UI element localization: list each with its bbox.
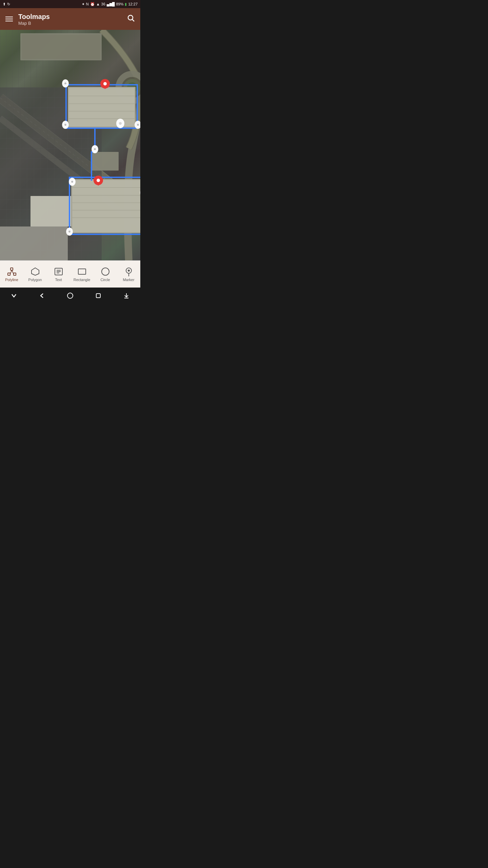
svg-point-85 xyxy=(119,122,122,125)
svg-point-64 xyxy=(137,124,139,126)
nav-down-button[interactable] xyxy=(7,289,21,302)
rectangle-tool[interactable]: Rectangle xyxy=(70,264,94,284)
app-bar: Toolmaps Map B xyxy=(0,8,140,30)
marker-icon-wrap xyxy=(124,267,134,276)
alarm-icon: ⏰ xyxy=(90,2,95,6)
svg-rect-86 xyxy=(8,273,10,275)
svg-rect-101 xyxy=(96,294,100,298)
bluetooth-icon: ✦ xyxy=(82,2,85,6)
nav-home-button[interactable] xyxy=(63,289,77,302)
svg-rect-37 xyxy=(22,35,100,59)
app-subtitle: Map B xyxy=(18,21,127,26)
svg-rect-39 xyxy=(69,88,135,126)
svg-marker-91 xyxy=(32,268,39,275)
svg-rect-53 xyxy=(30,196,71,226)
svg-point-70 xyxy=(68,231,70,233)
sync-icon: ↻ xyxy=(7,2,10,6)
svg-point-79 xyxy=(103,82,107,85)
polyline-label: Polyline xyxy=(5,278,18,282)
circle-label: Circle xyxy=(100,278,110,282)
polygon-tool[interactable]: Polygon xyxy=(23,264,47,284)
circle-icon xyxy=(101,267,110,276)
search-button[interactable] xyxy=(127,14,135,24)
svg-rect-96 xyxy=(78,269,86,274)
svg-rect-52 xyxy=(0,226,68,260)
svg-point-61 xyxy=(64,124,66,126)
status-left-icons: ⬆ ↻ xyxy=(3,2,10,6)
svg-line-1 xyxy=(133,20,135,22)
marker-icon xyxy=(124,267,134,276)
menu-button[interactable] xyxy=(5,17,13,21)
text-label: Text xyxy=(55,278,62,282)
marker-tool[interactable]: Marker xyxy=(117,264,140,284)
nfc-icon: N xyxy=(86,2,89,6)
rectangle-icon-wrap xyxy=(77,267,87,276)
title-group: Toolmaps Map B xyxy=(18,13,127,26)
rectangle-label: Rectangle xyxy=(74,278,90,282)
svg-point-58 xyxy=(64,82,66,84)
clock: 12:27 xyxy=(128,2,138,6)
polygon-icon xyxy=(30,267,40,276)
marker-label: Marker xyxy=(123,278,134,282)
bottom-toolbar: Polyline Polygon Text Rectangle xyxy=(0,260,140,288)
status-bar: ⬆ ↻ ✦ N ⏰ ▲ 36 ▄▆█ 89% ▮ 12:27 xyxy=(0,0,140,8)
polygon-icon-wrap xyxy=(30,267,40,276)
svg-point-100 xyxy=(67,293,73,298)
svg-rect-88 xyxy=(11,268,13,270)
circle-icon-wrap xyxy=(101,267,110,276)
svg-rect-87 xyxy=(14,273,16,275)
svg-point-99 xyxy=(128,270,130,272)
map-overlay xyxy=(0,30,140,260)
app-title: Toolmaps xyxy=(18,13,127,21)
svg-point-82 xyxy=(97,179,100,182)
svg-line-89 xyxy=(10,270,12,274)
nav-recents-button[interactable] xyxy=(92,289,105,302)
rectangle-icon xyxy=(77,267,87,276)
nav-back-button[interactable] xyxy=(35,289,49,302)
usb-icon: ⬆ xyxy=(3,2,6,6)
wifi-icon: ▲ xyxy=(96,2,100,6)
signal-icon: 36 xyxy=(101,2,105,6)
signal-bars-icon: ▄▆█ xyxy=(107,2,115,6)
polyline-tool[interactable]: Polyline xyxy=(0,264,23,284)
text-icon xyxy=(54,267,63,276)
svg-point-0 xyxy=(128,15,133,20)
battery-level: 89% xyxy=(116,2,123,6)
svg-line-90 xyxy=(12,270,14,274)
map-view[interactable] xyxy=(0,30,140,260)
nav-download-button[interactable] xyxy=(120,289,133,302)
polyline-icon-wrap xyxy=(7,267,17,276)
svg-rect-51 xyxy=(92,152,119,171)
polygon-label: Polygon xyxy=(28,278,42,282)
svg-rect-45 xyxy=(72,180,140,232)
battery-icon: ▮ xyxy=(125,2,127,6)
polyline-icon xyxy=(7,267,17,276)
text-tool[interactable]: Text xyxy=(47,264,70,284)
svg-point-76 xyxy=(71,181,73,183)
svg-point-97 xyxy=(102,268,109,275)
circle-tool[interactable]: Circle xyxy=(94,264,117,284)
system-nav-bar xyxy=(0,288,140,304)
svg-point-67 xyxy=(94,148,96,150)
text-icon-wrap xyxy=(54,267,63,276)
